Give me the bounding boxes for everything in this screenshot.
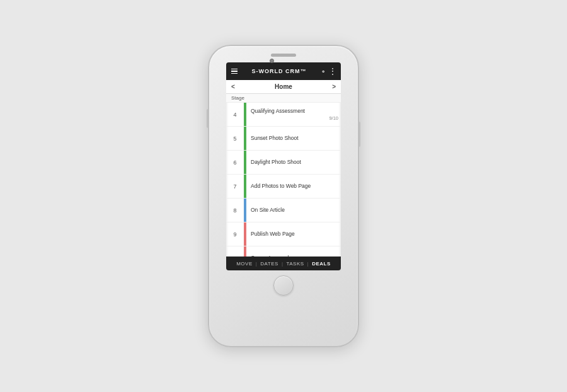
task-color-indicator <box>244 103 246 126</box>
task-name: Qualifying Assessment <box>251 108 338 115</box>
task-color-indicator <box>244 246 246 257</box>
task-score: 9/10 <box>251 115 338 121</box>
task-content: Publish Web Page <box>249 229 341 239</box>
speaker <box>271 54 296 57</box>
top-bar: S-WORLD CRM™ ⚬ ⋮ <box>226 62 341 80</box>
task-color-indicator <box>244 127 246 150</box>
nav-bar: < Home > <box>226 80 341 94</box>
bottom-bar-item-deals[interactable]: DEALS <box>309 261 334 267</box>
task-color-indicator <box>244 151 246 174</box>
task-name: Add Photos to Web Page <box>251 183 338 190</box>
task-row[interactable]: 5Sunset Photo Shoot <box>226 127 341 151</box>
more-icon[interactable]: ⋮ <box>329 67 336 75</box>
task-content: On Site Article <box>249 205 341 216</box>
stage-number: 7 <box>226 183 244 190</box>
task-name: On Site Article <box>251 207 338 214</box>
back-button[interactable]: < <box>231 83 235 90</box>
power-button <box>358 122 360 147</box>
stage-number: 6 <box>226 159 244 166</box>
task-row[interactable]: 8On Site Article <box>226 199 341 222</box>
bottom-bar-item-dates[interactable]: DATES <box>257 261 282 267</box>
task-color-indicator <box>244 199 246 222</box>
task-name: Publish Web Page <box>251 231 338 238</box>
stage-number: 8 <box>226 207 244 214</box>
task-row[interactable]: 10Owner Approval <box>226 246 341 257</box>
task-content: Daylight Photo Shoot <box>249 157 341 168</box>
search-icon[interactable]: ⚬ <box>321 68 326 75</box>
stage-number: 5 <box>226 135 244 142</box>
menu-icon[interactable] <box>231 69 238 74</box>
forward-button[interactable]: > <box>332 83 336 90</box>
task-color-indicator <box>244 222 246 246</box>
task-color-indicator <box>244 175 246 198</box>
task-row[interactable]: 6Daylight Photo Shoot <box>226 151 341 175</box>
task-content: Add Photos to Web Page <box>249 181 341 192</box>
stage-number: 9 <box>226 231 244 238</box>
nav-title: Home <box>275 83 292 90</box>
task-name: Daylight Photo Shoot <box>251 159 338 166</box>
task-row[interactable]: 4Qualifying Assessment9/10 <box>226 103 341 127</box>
task-content: Sunset Photo Shoot <box>249 133 341 144</box>
phone-shell: S-WORLD CRM™ ⚬ ⋮ < Home > Stage 4Qualify… <box>208 45 359 347</box>
top-bar-icons: ⚬ ⋮ <box>321 67 336 75</box>
camera <box>270 59 274 63</box>
home-button[interactable] <box>273 275 294 296</box>
bottom-bar-item-tasks[interactable]: TASKS <box>283 261 307 267</box>
bottom-bar-item-move[interactable]: MOVE <box>233 261 256 267</box>
volume-button <box>207 109 209 128</box>
stage-number: 4 <box>226 112 244 118</box>
app-title: S-WORLD CRM™ <box>252 68 307 74</box>
task-row[interactable]: 9Publish Web Page <box>226 222 341 246</box>
phone-screen: S-WORLD CRM™ ⚬ ⋮ < Home > Stage 4Qualify… <box>226 62 341 270</box>
task-content: Qualifying Assessment9/10 <box>249 106 341 122</box>
task-list: 4Qualifying Assessment9/105Sunset Photo … <box>226 103 341 257</box>
bottom-bar: MOVE | DATES | TASKS | DEALS <box>226 257 341 270</box>
task-row[interactable]: 7Add Photos to Web Page <box>226 175 341 199</box>
task-name: Sunset Photo Shoot <box>251 135 338 142</box>
stage-header: Stage <box>226 94 341 103</box>
